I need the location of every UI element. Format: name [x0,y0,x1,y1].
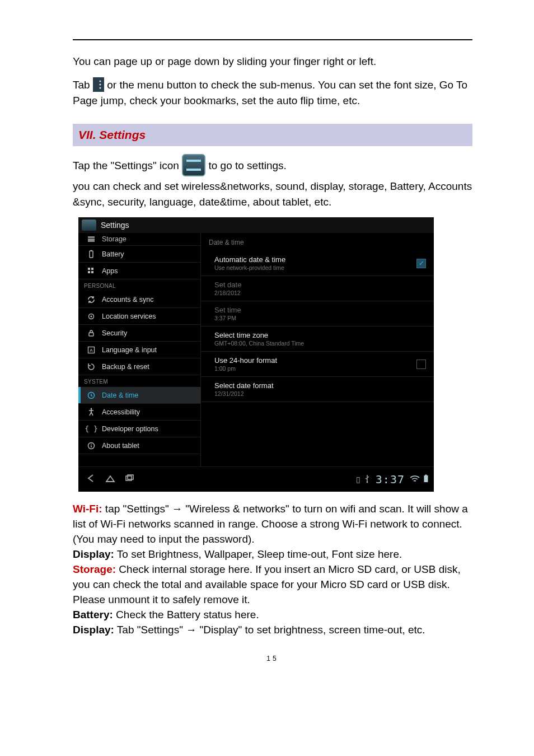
clock-icon [86,390,96,400]
sidebar-item-label: Accounts & sync [102,296,153,304]
text: to go to settings. [208,160,286,171]
settings-panel: Date & time Automatic date & time Use ne… [200,233,434,467]
settings-icon [82,220,96,231]
row-title: Set time [214,306,426,314]
para-settings-icon: Tap the "Settings" icon to go to setting… [73,155,472,178]
checkbox-24hour[interactable] [416,360,426,369]
sidebar-item-label: Backup & reset [102,363,149,371]
sidebar-item-security[interactable]: Security [78,325,200,342]
display2-key: Display: [73,624,114,636]
sidebar-item-label: About tablet [102,442,139,450]
row-set-date[interactable]: Set date 2/18/2012 [201,276,434,301]
text: Tab [73,79,93,91]
sidebar-item-about[interactable]: About tablet [78,437,200,454]
row-timezone[interactable]: Select time zone GMT+08:00, China Standa… [201,326,434,352]
panel-title: Date & time [201,233,434,251]
system-nav-bar: ▯ 3:37 [78,466,434,492]
battery-text: Check the Battery status here. [113,609,259,620]
checkbox-auto-date[interactable]: ✓ [416,259,426,268]
home-button[interactable] [101,473,120,486]
page-number: 15 [73,655,472,662]
usb-icon[interactable] [364,474,371,485]
sidebar-item-apps[interactable]: Apps [78,263,200,279]
wifi-text: tap "Settings" → "Wireless & networks" t… [73,503,468,545]
svg-rect-25 [425,474,427,475]
svg-point-1 [99,83,101,85]
svg-rect-9 [88,271,90,273]
row-sub: 2/18/2012 [214,290,426,296]
battery-icon [86,249,96,259]
accessibility-icon [86,407,96,417]
sidebar-item-battery[interactable]: Battery [78,246,200,263]
svg-point-0 [99,80,101,82]
para-settings-desc: you can check and set wireless&networks,… [73,179,472,209]
section-title: VII. Settings [78,128,146,141]
para-tab-menu: Tab or the menu button to check the sub-… [73,77,472,109]
text: or the menu button to check the sub-menu… [73,79,467,106]
overflow-menu-icon [93,77,104,92]
back-button[interactable] [82,473,101,486]
sidebar-item-backup[interactable]: Backup & reset [78,358,200,375]
svg-rect-20 [91,444,91,444]
row-dateformat[interactable]: Select date format 12/31/2012 [201,377,434,402]
storage-text: Check internal storage here. If you inse… [73,563,461,605]
wifi-key: Wi-Fi: [73,503,102,515]
svg-point-12 [91,315,92,317]
location-icon [86,311,96,321]
svg-rect-10 [91,271,93,273]
settings-app-icon [182,154,205,176]
window-titlebar: Settings [78,217,434,233]
row-sub: 12/31/2012 [214,390,426,397]
top-rule [73,39,472,40]
row-sub: Use network-provided time [214,264,412,271]
row-set-time[interactable]: Set time 3:37 PM [201,301,434,326]
sidebar-section-system: SYSTEM [78,375,200,387]
svg-point-2 [99,87,101,88]
battery-status-icon [423,474,429,485]
display-text: To set Brightness, Wallpaper, Sleep time… [114,548,402,560]
sidebar-item-location[interactable]: Location services [78,308,200,325]
svg-rect-24 [424,475,428,482]
sidebar-item-datetime[interactable]: Date & time [78,387,200,404]
row-sub: 1:00 pm [214,365,412,372]
sidebar-item-label: Developer options [102,425,158,433]
section-heading-bar: VII. Settings [73,124,472,146]
braces-icon: { } [86,424,96,434]
text: Tap the "Settings" icon [73,160,182,171]
sidebar-item-developer[interactable]: { } Developer options [78,421,200,437]
storage-key: Storage: [73,563,116,575]
row-24hour[interactable]: Use 24-hour format 1:00 pm [201,352,434,377]
svg-rect-4 [88,239,95,242]
settings-sidebar: Storage Battery Apps PERSONAL Accounts &… [78,233,200,467]
svg-rect-8 [91,268,93,270]
svg-rect-19 [91,445,91,447]
sidebar-item-accessibility[interactable]: Accessibility [78,404,200,421]
svg-rect-6 [91,250,92,251]
recent-apps-button[interactable] [120,473,139,486]
svg-text:A: A [90,348,93,353]
row-title: Automatic date & time [214,255,412,264]
storage-icon [86,234,96,244]
row-auto-date[interactable]: Automatic date & time Use network-provid… [201,251,434,276]
sidebar-item-label: Apps [102,267,118,275]
apps-icon [86,266,96,276]
row-title: Use 24-hour format [214,356,412,365]
sidebar-item-label: Date & time [102,391,138,399]
sidebar-item-storage[interactable]: Storage [78,233,200,246]
features-paragraphs: Wi-Fi: tap "Settings" → "Wireless & netw… [73,502,472,638]
display2-text: Tab "Settings" → "Display" to set bright… [114,624,425,636]
notification-icon[interactable]: ▯ [356,475,360,484]
svg-rect-3 [88,236,95,238]
sidebar-item-accounts[interactable]: Accounts & sync [78,291,200,308]
row-title: Select date format [214,381,426,390]
language-icon: A [86,345,96,355]
svg-rect-5 [90,251,93,258]
sidebar-item-label: Battery [102,250,124,258]
sidebar-item-label: Location services [102,312,156,320]
row-sub: GMT+08:00, China Standard Time [214,340,426,347]
row-sub: 3:37 PM [214,315,426,321]
sidebar-item-label: Security [102,329,127,337]
sidebar-item-label: Storage [102,235,127,243]
svg-point-23 [366,481,368,483]
sidebar-item-language[interactable]: A Language & input [78,342,200,358]
